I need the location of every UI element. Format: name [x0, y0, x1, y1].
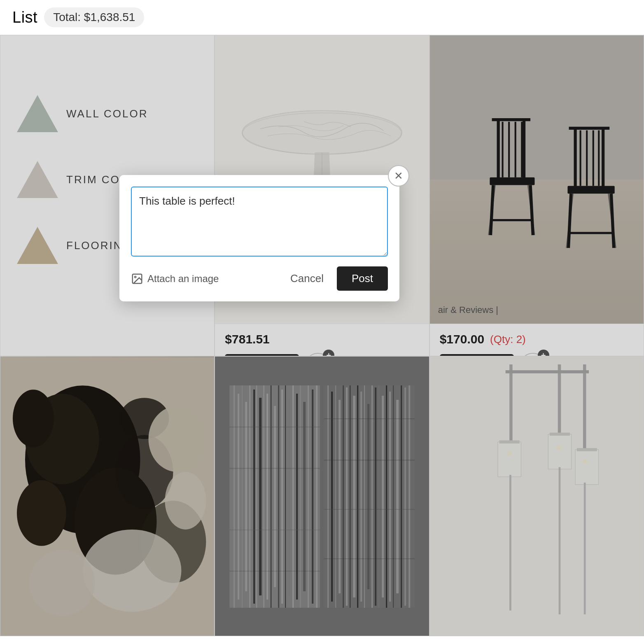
svg-rect-66	[303, 402, 306, 591]
svg-rect-90	[382, 396, 384, 597]
lamp-cell	[429, 356, 644, 636]
svg-rect-94	[396, 400, 399, 593]
svg-rect-71	[229, 468, 320, 469]
svg-rect-72	[229, 530, 320, 530]
svg-rect-108	[548, 434, 572, 469]
svg-point-40	[13, 390, 54, 447]
svg-rect-111	[577, 448, 597, 451]
comment-modal: ✕ This table is perfect! Attach an image…	[119, 175, 399, 301]
svg-rect-82	[353, 396, 355, 597]
svg-rect-100	[324, 509, 415, 510]
chairs-image	[430, 35, 644, 324]
chairs-price: $170.00	[440, 332, 484, 346]
svg-rect-48	[238, 394, 239, 600]
cowhide-cell	[0, 356, 215, 636]
svg-rect-65	[300, 385, 301, 608]
chairs-chat-plus-badge: +	[538, 350, 549, 356]
svg-rect-78	[338, 400, 341, 593]
wall-color-swatch	[17, 95, 58, 132]
svg-rect-53	[256, 385, 257, 608]
art-panel-right	[324, 385, 415, 608]
cancel-button[interactable]: Cancel	[284, 268, 330, 289]
svg-rect-80	[346, 387, 348, 606]
chairs-chat-button-wrap: +	[520, 353, 546, 356]
svg-rect-99	[324, 460, 415, 461]
svg-rect-98	[324, 418, 415, 419]
total-badge: Total: $1,638.51	[44, 7, 144, 27]
svg-point-43	[29, 550, 95, 616]
art-panel-left	[229, 385, 320, 608]
svg-point-37	[17, 480, 66, 546]
modal-actions: Attach an image Cancel Post	[131, 266, 388, 291]
svg-rect-107	[499, 440, 520, 443]
svg-rect-13	[490, 177, 534, 185]
page-title: List	[12, 9, 37, 26]
modal-right-actions: Cancel Post	[284, 266, 388, 291]
svg-point-45	[165, 472, 206, 530]
chairs-cell: air & Reviews | $170.00 (Qty: 2) Sho	[429, 35, 644, 356]
svg-rect-59	[278, 385, 279, 608]
svg-rect-110	[575, 450, 598, 485]
svg-rect-84	[360, 392, 362, 602]
chairs-extra-text: air & Reviews |	[438, 305, 498, 315]
svg-point-115	[506, 451, 513, 456]
table-cell-bottom: $781.51 Shop It	[215, 324, 429, 356]
trim-color-swatch	[17, 161, 58, 198]
svg-point-42	[83, 530, 182, 612]
svg-rect-58	[274, 406, 276, 587]
table-chat-button-wrap: +	[305, 353, 331, 356]
chat-plus-badge: +	[323, 350, 334, 356]
svg-rect-106	[498, 442, 521, 477]
svg-rect-64	[296, 394, 298, 600]
post-button[interactable]: Post	[337, 266, 388, 291]
table-price: $781.51	[225, 332, 269, 346]
svg-point-116	[556, 446, 562, 450]
image-attach-icon	[131, 273, 143, 285]
header: List Total: $1,638.51	[0, 0, 644, 35]
svg-rect-63	[292, 385, 294, 608]
svg-rect-76	[331, 392, 333, 602]
svg-rect-102	[509, 364, 513, 442]
svg-point-44	[149, 406, 206, 472]
flooring-swatch	[17, 227, 58, 264]
wall-color-row: WALL COLOR	[17, 95, 198, 132]
chairs-qty: (Qty: 2)	[490, 333, 526, 346]
svg-rect-67	[308, 385, 309, 608]
svg-rect-105	[506, 370, 589, 373]
modal-close-button[interactable]: ✕	[388, 165, 409, 187]
svg-rect-109	[550, 433, 570, 436]
chairs-cell-bottom: $170.00 (Qty: 2) Shop It	[430, 324, 644, 356]
svg-rect-57	[271, 385, 271, 608]
svg-rect-112	[509, 475, 511, 610]
lamp-image	[458, 364, 615, 628]
svg-rect-73	[229, 571, 320, 572]
cowhide-image	[0, 357, 214, 636]
attach-image-button[interactable]: Attach an image	[131, 273, 219, 285]
svg-rect-104	[583, 364, 586, 450]
svg-rect-56	[266, 394, 268, 600]
svg-rect-101	[324, 558, 415, 559]
svg-rect-26	[567, 186, 614, 194]
svg-rect-49	[242, 385, 243, 608]
comment-textarea[interactable]: This table is perfect!	[131, 187, 388, 257]
art-cell	[215, 356, 429, 636]
wall-color-label: WALL COLOR	[66, 107, 148, 120]
svg-rect-51	[249, 385, 250, 608]
svg-rect-96	[404, 387, 406, 606]
attach-label: Attach an image	[147, 273, 219, 285]
svg-rect-50	[245, 402, 247, 591]
svg-rect-55	[263, 385, 264, 608]
svg-rect-114	[584, 483, 586, 614]
svg-rect-88	[375, 387, 376, 606]
svg-rect-103	[558, 364, 561, 434]
svg-rect-113	[559, 467, 561, 614]
svg-point-119	[135, 276, 136, 278]
svg-rect-70	[229, 427, 320, 427]
close-icon: ✕	[394, 170, 403, 182]
svg-rect-69	[316, 385, 317, 608]
svg-rect-47	[233, 385, 235, 608]
svg-rect-61	[285, 385, 286, 608]
svg-rect-92	[389, 392, 391, 602]
svg-rect-86	[367, 404, 369, 589]
svg-point-117	[582, 459, 588, 464]
